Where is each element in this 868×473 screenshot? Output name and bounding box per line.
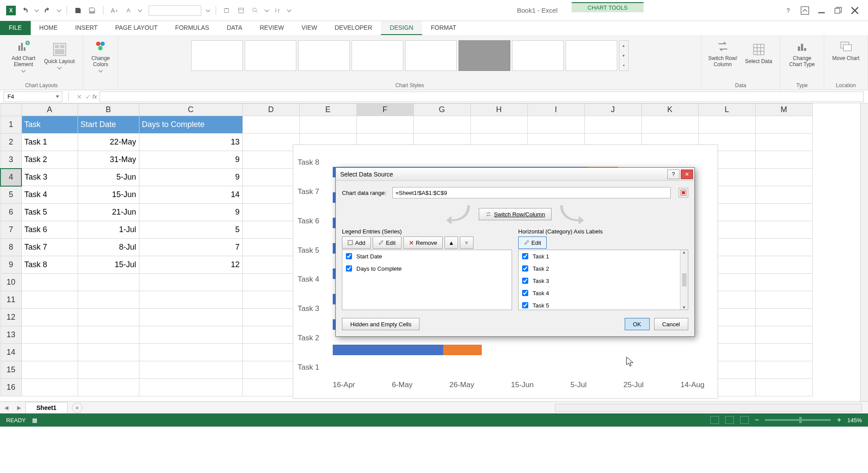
tab-review[interactable]: REVIEW [251, 21, 292, 35]
row-header-11[interactable]: 11 [0, 291, 21, 309]
enter-formula-icon[interactable]: ✓ [84, 93, 92, 100]
hidden-empty-cells-button[interactable]: Hidden and Empty Cells [342, 318, 420, 330]
select-all-corner[interactable] [0, 104, 21, 116]
col-header-H[interactable]: H [470, 104, 527, 116]
tab-view[interactable]: VIEW [293, 21, 326, 35]
col-header-E[interactable]: E [299, 104, 356, 116]
font-shrink-icon[interactable]: A [124, 6, 133, 15]
category-scrollbar[interactable]: ▲▼ [680, 250, 688, 310]
change-chart-type-button[interactable]: Change Chart Type [786, 37, 818, 67]
col-header-A[interactable]: A [21, 104, 78, 116]
chart-style-4[interactable] [352, 40, 403, 71]
dialog-help-icon[interactable]: ? [667, 169, 679, 179]
col-header-I[interactable]: I [527, 104, 584, 116]
tab-format[interactable]: FORMAT [422, 21, 465, 35]
category-checkbox[interactable] [522, 265, 528, 272]
redo-icon[interactable] [43, 6, 52, 15]
help-icon[interactable]: ? [784, 6, 793, 15]
row-header-2[interactable]: 2 [0, 134, 21, 151]
select-data-button[interactable]: Select Data [743, 37, 775, 67]
row-header-3[interactable]: 3 [0, 151, 21, 169]
cell-C1[interactable]: Days to Complete [139, 116, 242, 134]
row-header-12[interactable]: 12 [0, 309, 21, 326]
cell-A1[interactable]: Task [21, 116, 78, 134]
series-move-up-button[interactable]: ▲ [445, 236, 458, 249]
col-header-B[interactable]: B [78, 104, 139, 116]
sheet-nav-prev-icon[interactable]: ◀ [0, 405, 13, 411]
sheet-nav-next-icon[interactable]: ▶ [13, 405, 25, 411]
tab-page-layout[interactable]: PAGE LAYOUT [107, 21, 167, 35]
series-checkbox[interactable] [346, 265, 352, 272]
save-icon[interactable] [73, 6, 83, 15]
add-sheet-button[interactable]: + [72, 402, 82, 413]
dialog-close-icon[interactable]: ✕ [681, 169, 693, 179]
category-checkbox[interactable] [522, 253, 528, 259]
fx-icon[interactable]: fx [92, 93, 97, 100]
row-header-6[interactable]: 6 [0, 204, 21, 221]
chart-style-3[interactable] [298, 40, 350, 71]
row-header-1[interactable]: 1 [0, 116, 21, 134]
zoom-in-button[interactable]: + [837, 416, 841, 424]
series-list[interactable]: Start Date Days to Complete [342, 250, 512, 310]
preview-caret-icon[interactable] [265, 7, 269, 12]
switch-row-column-dialog-button[interactable]: Switch Row/Column [479, 208, 551, 220]
row-header-5[interactable]: 5 [0, 186, 21, 204]
chart-style-8[interactable] [566, 40, 617, 71]
tab-file[interactable]: FILE [0, 21, 31, 35]
vertical-scrollbar[interactable] [860, 103, 868, 401]
chart-style-7[interactable] [512, 40, 564, 71]
sort-icon[interactable] [273, 6, 282, 15]
chart-style-5[interactable] [405, 40, 457, 71]
tab-formulas[interactable]: FORMULAS [166, 21, 218, 35]
col-header-M[interactable]: M [755, 104, 812, 116]
name-box[interactable]: F4 [4, 92, 62, 102]
move-chart-button[interactable]: Move Chart [830, 37, 862, 61]
change-colors-button[interactable]: Change Colors [85, 37, 117, 72]
quick-layout-button[interactable]: Quick Layout [44, 37, 75, 72]
series-checkbox[interactable] [346, 253, 352, 259]
category-checkbox[interactable] [522, 290, 528, 296]
horizontal-scrollbar[interactable] [555, 404, 862, 412]
category-checkbox[interactable] [522, 278, 528, 284]
chart-data-range-input[interactable]: =Sheet1!$A$1:$C$9 [392, 187, 671, 198]
col-header-J[interactable]: J [584, 104, 641, 116]
col-header-D[interactable]: D [242, 104, 299, 116]
font-caret-icon[interactable] [206, 7, 210, 12]
category-checkbox[interactable] [522, 302, 528, 308]
row-header-15[interactable]: 15 [0, 361, 21, 379]
undo-caret-icon[interactable] [35, 7, 39, 12]
col-header-K[interactable]: K [641, 104, 698, 116]
redo-caret-icon[interactable] [57, 7, 61, 12]
zoom-level[interactable]: 145% [847, 417, 862, 424]
view-page-break-icon[interactable] [740, 416, 749, 424]
sheet-tab-sheet1[interactable]: Sheet1 [25, 402, 68, 413]
category-list[interactable]: Task 1 Task 2 Task 3 Task 4 Task 5 ▲▼ [518, 250, 688, 310]
zoom-out-button[interactable]: − [755, 416, 759, 424]
font-grow-icon[interactable]: A▲ [110, 6, 119, 15]
series-add-button[interactable]: Add [342, 236, 371, 249]
switch-row-column-button[interactable]: Switch Row/ Column [707, 37, 739, 67]
tab-developer[interactable]: DEVELOPER [326, 21, 381, 35]
cancel-formula-icon[interactable]: ✕ [75, 93, 84, 100]
row-header-8[interactable]: 8 [0, 239, 21, 256]
view-normal-icon[interactable] [710, 416, 719, 424]
row-header-7[interactable]: 7 [0, 221, 21, 239]
col-header-C[interactable]: C [139, 104, 242, 116]
ribbon-options-icon[interactable] [800, 6, 809, 15]
view-page-layout-icon[interactable] [725, 416, 734, 424]
font-shrink-caret-icon[interactable] [138, 7, 142, 12]
restore-icon[interactable] [834, 6, 843, 15]
series-edit-button[interactable]: Edit [373, 236, 401, 249]
name-box-caret-icon[interactable] [56, 95, 59, 98]
tab-insert[interactable]: INSERT [67, 21, 107, 35]
row-header-14[interactable]: 14 [0, 344, 21, 361]
series-remove-button[interactable]: ✕Remove [403, 236, 443, 249]
cancel-button[interactable]: Cancel [654, 318, 688, 330]
font-name-box[interactable] [149, 5, 201, 16]
tab-data[interactable]: DATA [218, 21, 251, 35]
tab-home[interactable]: HOME [31, 21, 67, 35]
col-header-L[interactable]: L [698, 104, 755, 116]
col-header-G[interactable]: G [413, 104, 470, 116]
save-as-icon[interactable] [87, 6, 97, 15]
row-header-9[interactable]: 9 [0, 256, 21, 274]
